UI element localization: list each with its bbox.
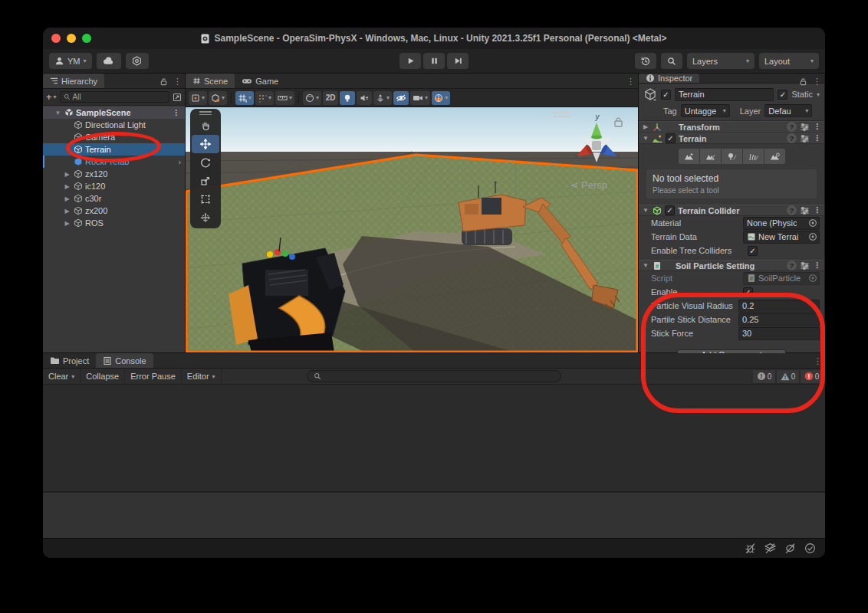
- terrain-paint-details-tool[interactable]: [743, 149, 764, 164]
- account-button[interactable]: YM ▾: [49, 53, 92, 69]
- tab-console[interactable]: Console: [96, 353, 153, 368]
- layout-dropdown[interactable]: Layout ▾: [759, 53, 819, 69]
- lock-icon[interactable]: [799, 77, 807, 86]
- scene-viewport[interactable]: y x z: [186, 107, 638, 352]
- tab-project[interactable]: Project: [43, 353, 96, 368]
- component-menu-button[interactable]: ⋮: [813, 122, 821, 132]
- hierarchy-item-ros[interactable]: ▶ ROS: [43, 217, 185, 229]
- minimize-window-button[interactable]: [67, 34, 76, 43]
- soil-particle-header[interactable]: ▼ Soil Particle Setting ? ⋮: [639, 260, 824, 271]
- tree-colliders-checkbox[interactable]: [748, 246, 758, 256]
- object-picker-icon[interactable]: [808, 232, 817, 241]
- tool-handle-rotation-dropdown[interactable]: ▾: [209, 91, 227, 105]
- console-log-list[interactable]: [43, 385, 825, 493]
- gameobject-name-field[interactable]: Terrain: [675, 88, 774, 101]
- 2d-toggle[interactable]: 2D: [323, 91, 338, 105]
- grid-visibility-toggle[interactable]: ▾: [235, 91, 254, 105]
- static-checkbox[interactable]: [778, 90, 787, 100]
- help-icon[interactable]: ?: [787, 205, 797, 215]
- auto-refresh-disabled-icon[interactable]: [784, 543, 796, 554]
- hierarchy-item-rockprefab[interactable]: RockPrefab ›: [43, 156, 185, 168]
- terrain-component-header[interactable]: ▼ Terrain ? ⋮: [639, 133, 824, 144]
- component-menu-button[interactable]: ⋮: [813, 205, 821, 215]
- layers-dropdown[interactable]: Layers ▾: [687, 53, 755, 69]
- hierarchy-item-ic120[interactable]: ▶ ic120: [43, 180, 185, 192]
- inspector-menu-button[interactable]: ⋮: [813, 77, 821, 87]
- rotate-tool[interactable]: [192, 153, 219, 172]
- script-object-field[interactable]: SoilParticle: [743, 272, 820, 285]
- object-picker-icon[interactable]: [808, 274, 817, 283]
- create-object-button[interactable]: +▾: [46, 91, 57, 103]
- tab-scene[interactable]: Scene: [186, 74, 235, 88]
- open-in-window-icon[interactable]: [173, 93, 182, 102]
- help-icon[interactable]: ?: [787, 133, 797, 143]
- debugger-disabled-icon[interactable]: [745, 543, 756, 554]
- help-icon[interactable]: ?: [787, 261, 797, 270]
- search-everything-button[interactable]: [661, 53, 682, 69]
- terrain-enabled-checkbox[interactable]: [666, 133, 676, 143]
- tab-inspector[interactable]: Inspector: [639, 74, 699, 83]
- error-count-badge[interactable]: 0: [800, 369, 824, 384]
- gameobject-cube-icon[interactable]: [643, 87, 657, 101]
- foldout-arrow[interactable]: ▶: [642, 123, 649, 130]
- presets-icon[interactable]: [800, 261, 810, 270]
- info-count-badge[interactable]: 0: [752, 369, 776, 384]
- component-menu-button[interactable]: ⋮: [813, 133, 821, 143]
- tab-game[interactable]: Game: [235, 74, 285, 88]
- scene-menu-button[interactable]: ⋮: [626, 77, 635, 87]
- help-icon[interactable]: ?: [787, 122, 797, 132]
- collider-enabled-checkbox[interactable]: [665, 205, 675, 215]
- particle-visual-radius-field[interactable]: 0.2: [738, 300, 820, 313]
- scene-lighting-toggle[interactable]: [340, 91, 355, 105]
- hierarchy-item-terrain[interactable]: Terrain: [43, 143, 185, 156]
- presets-icon[interactable]: [800, 206, 810, 215]
- clear-button[interactable]: Clear ▾: [43, 369, 81, 385]
- soil-enable-checkbox[interactable]: [743, 287, 753, 297]
- cache-server-disabled-icon[interactable]: [764, 543, 776, 554]
- console-search-input[interactable]: [307, 370, 561, 382]
- cloud-button[interactable]: [97, 53, 121, 69]
- grid-snap-dropdown[interactable]: ▾: [275, 91, 294, 105]
- services-button[interactable]: [126, 53, 149, 69]
- tool-handle-position-dropdown[interactable]: ▾: [189, 91, 207, 105]
- hierarchy-item-camera[interactable]: Camera: [43, 131, 185, 143]
- foldout-arrow[interactable]: ▼: [642, 135, 649, 142]
- play-button[interactable]: [399, 53, 421, 69]
- stick-force-field[interactable]: 30: [738, 327, 820, 340]
- rect-tool[interactable]: [192, 190, 219, 208]
- effects-dropdown[interactable]: ▾: [373, 91, 392, 105]
- terrain-paint-tool[interactable]: [700, 149, 721, 164]
- terrain-data-object-field[interactable]: New Terrai: [743, 231, 820, 244]
- tag-dropdown[interactable]: Untagge ▾: [681, 104, 730, 117]
- console-detail-pane[interactable]: [43, 493, 825, 538]
- hierarchy-menu-button[interactable]: ⋮: [173, 77, 182, 87]
- gameobject-active-checkbox[interactable]: [661, 90, 671, 100]
- component-menu-button[interactable]: ⋮: [813, 261, 821, 270]
- presets-icon[interactable]: [800, 134, 810, 143]
- scene-menu-button[interactable]: ⋮: [172, 108, 180, 118]
- terrain-paint-trees-tool[interactable]: [722, 149, 742, 164]
- audio-mute-toggle[interactable]: [357, 91, 372, 105]
- pause-button[interactable]: [423, 53, 445, 69]
- terrain-create-neighbor-tool[interactable]: [679, 149, 699, 164]
- hierarchy-item-zx120[interactable]: ▶ zx120: [43, 168, 185, 180]
- hierarchy-item-zx200[interactable]: ▶ zx200: [43, 205, 185, 217]
- overlay-drag-handle[interactable]: [554, 112, 570, 117]
- layer-dropdown[interactable]: Defau ▾: [764, 104, 812, 117]
- move-tool[interactable]: [192, 135, 219, 153]
- scene-visibility-toggle[interactable]: [393, 91, 409, 105]
- editor-dropdown[interactable]: Editor ▾: [182, 369, 222, 385]
- hierarchy-item-directional-light[interactable]: Directional Light: [43, 119, 185, 131]
- zoom-window-button[interactable]: [82, 34, 91, 43]
- lock-icon[interactable]: [159, 77, 168, 86]
- perspective-label[interactable]: ⋖ Persp: [570, 179, 607, 191]
- hierarchy-item-c30r[interactable]: ▶ c30r: [43, 192, 185, 205]
- gizmos-dropdown[interactable]: ▾: [432, 91, 450, 105]
- presets-icon[interactable]: [800, 123, 810, 132]
- snap-increment-dropdown[interactable]: ▾: [255, 91, 274, 105]
- foldout-arrow[interactable]: ▼: [642, 262, 649, 269]
- step-button[interactable]: [447, 53, 469, 69]
- particle-stick-distance-field[interactable]: 0.25: [738, 313, 820, 326]
- view-hand-tool[interactable]: [192, 116, 219, 135]
- console-menu-button[interactable]: ⋮: [814, 356, 822, 366]
